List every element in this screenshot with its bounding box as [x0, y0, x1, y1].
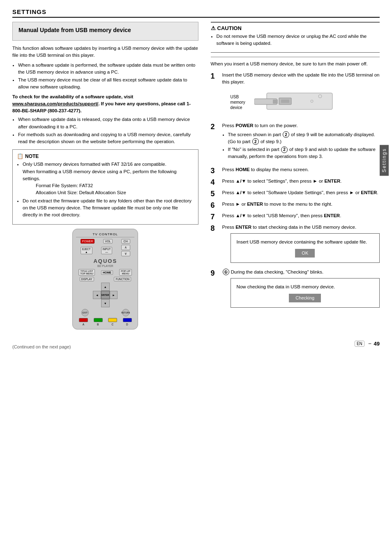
circle-2-c: 2 — [281, 146, 288, 153]
title-list-btn: TITLE LISTTOP MENU — [78, 269, 95, 276]
settings-sidebar-label: Settings — [381, 148, 387, 172]
step-9-content: ① During the data checking, "Checking" b… — [222, 269, 380, 310]
color-d-label: D — [126, 323, 128, 326]
dpad-up: ▲ — [101, 283, 110, 291]
step-4: 4 Press ▲/▼ to select "Settings", then p… — [211, 178, 380, 186]
step-8-content: Press ENTER to start checking data in th… — [222, 224, 380, 265]
steps-list: 1 Insert the USB memory device with the … — [211, 72, 380, 310]
step7-arrows: ▲/▼ — [235, 213, 246, 218]
page-header: SETTINGS — [12, 8, 380, 18]
usb-diagram: USB memory device — [231, 89, 380, 116]
dpad-empty-tl — [93, 283, 101, 291]
tv-control-label: TV CONTROL — [76, 232, 134, 237]
home-btn: HOME — [101, 270, 113, 275]
dpad: ▲ ◄ ENTER ► ▼ — [93, 283, 118, 307]
caution-label: CAUTION — [217, 25, 242, 31]
step-8-number: 8 — [211, 225, 219, 232]
color-btn-labels: A B C D — [76, 323, 134, 326]
step8-enter: ENTER — [235, 225, 251, 230]
caution-list: Do not remove the USB memory device or u… — [211, 33, 380, 47]
website-link[interactable]: www.sharpusa.com/products/support/ — [12, 101, 98, 106]
exit-btn: EXIT — [81, 309, 89, 316]
en-badge: EN — [355, 341, 364, 347]
step6-right-arrow: ► — [235, 202, 240, 207]
intro-text: This function allows software updates by… — [12, 45, 198, 59]
dpad-left: ◄ — [93, 291, 101, 299]
step5-enter: ENTER — [361, 190, 377, 195]
step-2-content: Press POWER to turn on the power. The sc… — [222, 122, 380, 162]
dialog-1-text: Insert USB memory device containing the … — [237, 239, 374, 246]
circle-1: ① — [223, 269, 229, 275]
eject-btn: EJECT▲ — [81, 247, 92, 254]
svg-rect-2 — [281, 100, 289, 103]
section-title: Manual Update from USB memory device — [18, 26, 192, 34]
note-icon: 📋 — [17, 153, 23, 159]
dialog-2-btn-container: Checking — [237, 294, 374, 302]
circle-2-a: 2 — [283, 131, 289, 138]
dpad-down: ▼ — [101, 299, 110, 307]
step-9: 9 ① During the data checking, "Checking"… — [211, 269, 380, 310]
step4-right-arrow: ► — [313, 179, 317, 183]
left-column: Manual Update from USB memory device Thi… — [12, 22, 198, 330]
bold-line: To check for the availability of a softw… — [12, 93, 198, 115]
step-3: 3 Press HOME to display the menu screen. — [211, 166, 380, 174]
note-label: NOTE — [25, 153, 39, 159]
dialog-1-btn-container: OK — [237, 249, 374, 258]
remote-illustration: TV CONTROL POWER VOL CH EJECT▲ INPUT— ∧ … — [12, 229, 198, 330]
input-btn: INPUT— — [101, 247, 113, 254]
color-btn-d — [123, 318, 132, 322]
remote-control: TV CONTROL POWER VOL CH EJECT▲ INPUT— ∧ … — [72, 229, 138, 330]
divider — [211, 57, 380, 57]
dpad-right: ► — [110, 291, 118, 299]
en-text: EN — [357, 341, 362, 346]
bullet-item: When a software update is performed, the… — [18, 62, 198, 76]
step6-enter: ENTER — [247, 202, 263, 207]
note-item: Only USB memory devices formatted with F… — [23, 161, 194, 196]
color-btn-c — [108, 318, 117, 322]
right-column: ⚠ CAUTION Do not remove the USB memory d… — [207, 22, 380, 330]
power-btn: POWER — [81, 239, 95, 244]
page-number: 49 — [374, 341, 380, 347]
bd-player-label: BD PLAYER — [76, 265, 134, 267]
return-btn: RETURN — [122, 309, 129, 316]
step-8: 8 Press ENTER to start checking data in … — [211, 224, 380, 265]
ok-button[interactable]: OK — [295, 249, 315, 258]
remote-row-4: DISPLAY FUNCTION — [76, 277, 134, 281]
step-9-number: 9 — [211, 269, 219, 277]
bullet-item: When software update data is released, c… — [18, 116, 198, 130]
step-5-number: 5 — [211, 190, 219, 197]
step-4-number: 4 — [211, 179, 219, 186]
note-item: Do not extract the firmware update file … — [23, 197, 194, 219]
up-arrow-btn: ∧ — [121, 245, 130, 250]
checking-button: Checking — [289, 294, 321, 302]
settings-title: SETTINGS — [12, 8, 46, 15]
settings-sidebar-tab: Settings — [380, 145, 389, 176]
note-box: 📋 NOTE Only USB memory devices formatted… — [12, 149, 198, 225]
color-a-label: A — [83, 323, 84, 326]
caution-icon: ⚠ — [211, 25, 216, 31]
step-7-number: 7 — [211, 213, 219, 220]
dash: – — [369, 341, 371, 346]
step-3-number: 3 — [211, 167, 219, 174]
color-btn-b — [94, 318, 103, 322]
note-bullet-list: Only USB memory devices formatted with F… — [17, 161, 194, 218]
display-btn: DISPLAY — [80, 277, 94, 281]
step-1-text: Insert the USB memory device with the up… — [222, 72, 380, 84]
bullet-list-1: When a software update is performed, the… — [12, 62, 198, 91]
bullet-list-2: When software update data is released, c… — [12, 116, 198, 145]
step-4-content: Press ▲/▼ to select "Settings", then pre… — [222, 178, 380, 185]
remote-row-5: EXIT RETURN — [76, 309, 134, 316]
dialog-box-2: Now checking the data in USB memory devi… — [231, 278, 380, 308]
dpad-container: ▲ ◄ ENTER ► ▼ — [91, 283, 119, 307]
function-btn: FUNCTION — [114, 277, 131, 281]
caution-header: ⚠ CAUTION — [211, 25, 380, 31]
dpad-enter: ENTER — [101, 291, 110, 299]
step4-arrows: ▲/▼ — [235, 179, 246, 183]
step5-arrows: ▲/▼ — [235, 190, 246, 195]
step-1-content: Insert the USB memory device with the up… — [222, 72, 380, 119]
right-intro-text: When you insert a USB memory device, be … — [211, 60, 380, 67]
dpad-empty-bl — [93, 299, 101, 307]
step-5-content: Press ▲/▼ to select "Software Update Set… — [222, 189, 380, 196]
circle-2-b: 2 — [252, 138, 259, 145]
step-5: 5 Press ▲/▼ to select "Software Update S… — [211, 189, 380, 197]
